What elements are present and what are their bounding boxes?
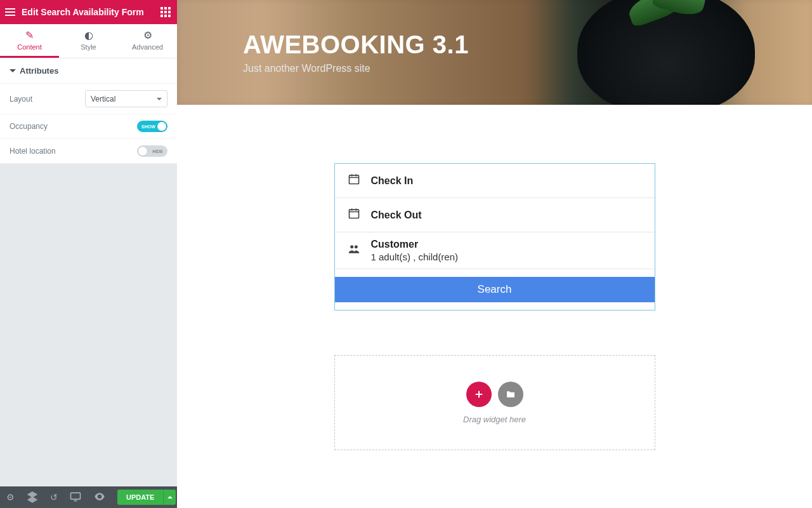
site-header: AWEBOOKING 3.1 Just another WordPress si…: [177, 0, 812, 105]
add-section-button[interactable]: [466, 382, 492, 407]
customer-detail: 1 adult(s) , child(ren): [371, 251, 459, 262]
sidebar-panel: Edit Search Availability Form ✎ Content …: [0, 0, 177, 508]
checkout-label: Check Out: [371, 210, 422, 221]
svg-rect-2: [349, 210, 358, 218]
folder-icon: [506, 389, 516, 399]
occupancy-toggle[interactable]: SHOW: [137, 121, 167, 132]
canvas: Check In Check Out Custo: [177, 105, 812, 476]
control-hotel-location: Hotel location HIDE: [0, 139, 177, 164]
checkin-label: Check In: [371, 175, 414, 187]
contrast-icon: ◐: [59, 30, 118, 41]
tab-content[interactable]: ✎ Content: [0, 24, 59, 58]
tab-advanced[interactable]: ⚙ Advanced: [118, 24, 177, 58]
svg-rect-0: [71, 493, 81, 499]
sidebar-title: Edit Search Availability Form: [22, 7, 144, 17]
attributes-controls: Layout Vertical Occupancy SHOW Hotel loc…: [0, 84, 177, 164]
control-layout: Layout Vertical: [0, 84, 177, 114]
hotel-location-label: Hotel location: [10, 147, 137, 156]
site-tagline: Just another WordPress site: [243, 63, 812, 74]
svg-rect-1: [349, 175, 358, 184]
tab-advanced-label: Advanced: [132, 43, 163, 51]
editor-tabs: ✎ Content ◐ Style ⚙ Advanced: [0, 24, 177, 58]
sidebar-footer: ⚙ ↺ UPDATE: [0, 486, 177, 508]
tab-style-label: Style: [81, 43, 96, 51]
update-options-button[interactable]: [163, 490, 176, 505]
calendar-icon: [348, 207, 360, 223]
tab-style[interactable]: ◐ Style: [59, 24, 118, 58]
add-template-button[interactable]: [498, 382, 523, 407]
layout-value: Vertical: [91, 95, 115, 104]
svg-point-4: [354, 245, 357, 248]
hotel-location-toggle-text: HIDE: [152, 149, 163, 154]
toggle-knob: [138, 147, 147, 156]
search-button[interactable]: Search: [335, 277, 655, 302]
gear-icon: ⚙: [118, 30, 177, 41]
responsive-icon[interactable]: [69, 490, 82, 505]
calendar-icon: [348, 173, 360, 189]
checkout-field[interactable]: Check Out: [335, 198, 655, 232]
apps-icon[interactable]: [160, 7, 171, 17]
pencil-icon: ✎: [0, 30, 59, 41]
section-attributes-label: Attributes: [20, 66, 58, 76]
update-button[interactable]: UPDATE: [117, 490, 163, 505]
tab-content-label: Content: [17, 43, 42, 51]
search-button-wrap: Search: [335, 269, 655, 310]
control-occupancy: Occupancy SHOW: [0, 114, 177, 139]
widget-drop-zone[interactable]: Drag widget here: [334, 355, 655, 450]
layers-icon[interactable]: [26, 490, 39, 505]
hero-plant-image: [615, 0, 717, 32]
section-attributes[interactable]: Attributes: [0, 58, 177, 84]
svg-point-3: [350, 245, 353, 248]
search-availability-form[interactable]: Check In Check Out Custo: [334, 163, 655, 311]
layout-select[interactable]: Vertical: [85, 90, 167, 107]
people-icon: [348, 243, 360, 258]
checkin-field[interactable]: Check In: [335, 164, 655, 198]
hotel-location-toggle[interactable]: HIDE: [137, 145, 167, 157]
settings-icon[interactable]: ⚙: [6, 492, 15, 502]
customer-label: Customer: [371, 239, 459, 250]
customer-field[interactable]: Customer 1 adult(s) , child(ren): [335, 232, 655, 269]
site-title: AWEBOOKING 3.1: [243, 30, 812, 59]
preview-icon[interactable]: [93, 490, 106, 505]
history-icon[interactable]: ↺: [50, 492, 58, 502]
preview-area: AWEBOOKING 3.1 Just another WordPress si…: [177, 0, 812, 508]
plus-icon: [474, 389, 484, 399]
occupancy-label: Occupancy: [10, 122, 137, 131]
menu-icon[interactable]: [5, 8, 15, 16]
occupancy-toggle-text: SHOW: [141, 124, 155, 129]
layout-label: Layout: [10, 95, 85, 104]
toggle-knob: [157, 122, 166, 131]
drop-zone-text: Drag widget here: [463, 415, 526, 424]
caret-down-icon: [10, 69, 16, 72]
sidebar-header: Edit Search Availability Form: [0, 0, 177, 24]
